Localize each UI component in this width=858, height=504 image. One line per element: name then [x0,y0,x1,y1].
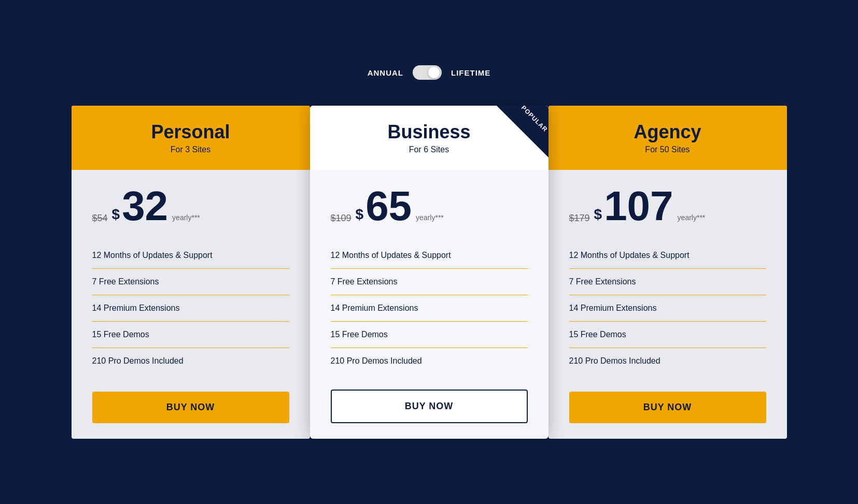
feature-item: 210 Pro Demos Included [331,348,528,374]
price-amount-agency: 107 [604,185,673,227]
price-currency-business: $ [356,206,364,223]
billing-toggle-container: ANNUAL LIFETIME [368,65,491,80]
feature-item: 12 Months of Updates & Support [569,242,766,269]
plan-subtitle-personal: For 3 Sites [82,145,300,154]
price-amount-business: 65 [365,185,412,227]
plan-title-personal: Personal [82,121,300,143]
buy-button-personal[interactable]: BUY NOW [92,392,289,423]
plan-subtitle-agency: For 50 Sites [559,145,777,154]
feature-item: 12 Months of Updates & Support [92,242,289,269]
billing-toggle-switch[interactable] [413,65,442,80]
price-period-personal: yearly*** [172,213,200,222]
feature-item: 7 Free Extensions [331,269,528,295]
feature-item: 14 Premium Extensions [569,295,766,322]
pricing-section-personal: $54 $ 32 yearly*** [92,185,289,227]
pricing-card-agency: Agency For 50 Sites $179 $ 107 yearly***… [548,106,787,439]
feature-item: 210 Pro Demos Included [569,348,766,374]
pricing-section-agency: $179 $ 107 yearly*** [569,185,766,227]
features-list-personal: 12 Months of Updates & Support 7 Free Ex… [92,242,289,376]
buy-button-agency[interactable]: BUY NOW [569,392,766,423]
features-list-agency: 12 Months of Updates & Support 7 Free Ex… [569,242,766,376]
card-header-business: POPULAR Business For 6 Sites [310,106,548,170]
pricing-card-business: POPULAR Business For 6 Sites $109 $ 65 y… [310,106,548,439]
price-currency-personal: $ [112,206,120,223]
pricing-card-personal: Personal For 3 Sites $54 $ 32 yearly*** … [72,106,310,439]
toggle-knob [428,67,440,78]
features-list-business: 12 Months of Updates & Support 7 Free Ex… [331,242,528,374]
feature-item: 14 Premium Extensions [92,295,289,322]
buy-button-business[interactable]: BUY NOW [331,390,528,423]
original-price-personal: $54 [92,213,108,224]
card-header-agency: Agency For 50 Sites [548,106,787,170]
card-body-personal: $54 $ 32 yearly*** 12 Months of Updates … [72,170,310,439]
feature-item: 14 Premium Extensions [331,295,528,322]
original-price-business: $109 [331,213,351,224]
feature-item: 15 Free Demos [569,322,766,348]
price-currency-agency: $ [594,206,602,223]
feature-item: 12 Months of Updates & Support [331,242,528,269]
card-body-business: $109 $ 65 yearly*** 12 Months of Updates… [310,170,548,439]
feature-item: 15 Free Demos [92,322,289,348]
plan-title-agency: Agency [559,121,777,143]
feature-item: 7 Free Extensions [569,269,766,295]
feature-item: 7 Free Extensions [92,269,289,295]
original-price-agency: $179 [569,213,590,224]
feature-item: 15 Free Demos [331,322,528,348]
pricing-cards-container: Personal For 3 Sites $54 $ 32 yearly*** … [66,106,792,439]
price-period-agency: yearly*** [678,213,706,222]
lifetime-label: LIFETIME [451,68,490,77]
popular-badge [497,106,548,157]
price-period-business: yearly*** [416,213,444,222]
pricing-section-business: $109 $ 65 yearly*** [331,185,528,227]
card-header-personal: Personal For 3 Sites [72,106,310,170]
annual-label: ANNUAL [368,68,403,77]
feature-item: 210 Pro Demos Included [92,348,289,374]
card-body-agency: $179 $ 107 yearly*** 12 Months of Update… [548,170,787,439]
price-amount-personal: 32 [122,185,168,227]
